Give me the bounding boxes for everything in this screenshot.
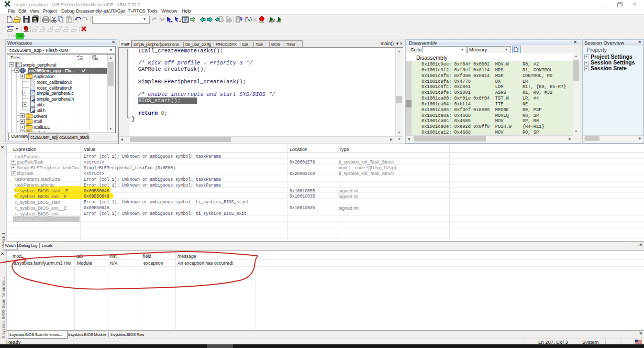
svg-text:rcosc_calibration.c: rcosc_calibration.c <box>37 79 72 84</box>
svg-text:Include: Include <box>34 130 48 132</box>
svg-text:{·}: {·} <box>244 17 252 23</box>
svg-text:cc2650em_app - Fla...: cc2650em_app - Fla... <box>29 68 75 73</box>
svg-text:simple_peripheral.h: simple_peripheral.h <box>37 96 74 102</box>
svg-text:ICall: ICall <box>34 119 42 124</box>
svg-text:Drivers: Drivers <box>34 113 47 118</box>
svg-text:Application: Application <box>34 73 54 79</box>
svg-text:simple_peripheral: simple_peripheral <box>23 62 57 68</box>
svg-text:ICallBLE: ICallBLE <box>34 125 50 130</box>
svg-text:rcosc_calibration.h: rcosc_calibration.h <box>37 85 72 90</box>
svg-text:simple_peripheral.c: simple_peripheral.c <box>37 91 74 96</box>
svg-text:util.h: util.h <box>37 107 46 113</box>
svg-text:util.c: util.c <box>37 102 46 107</box>
